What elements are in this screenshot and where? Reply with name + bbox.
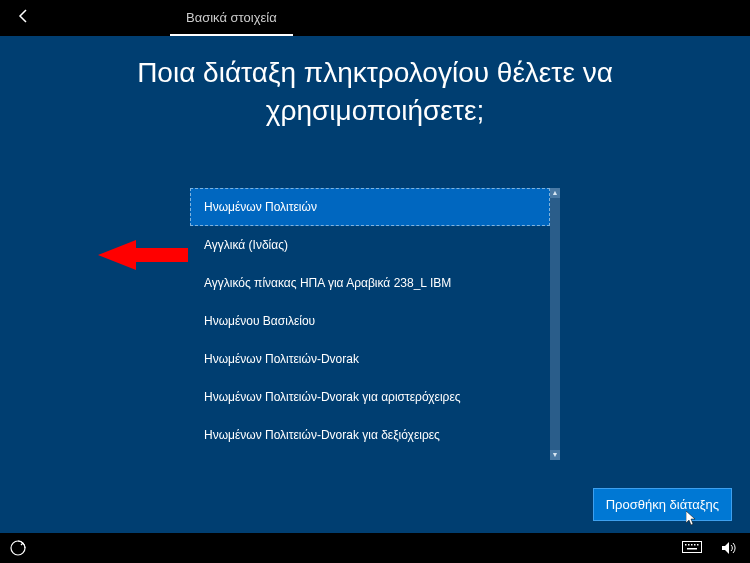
scroll-up-icon[interactable]: ▲ <box>550 188 560 198</box>
svg-rect-7 <box>697 544 699 546</box>
keyboard-layout-list: Ηνωμένων ΠολιτειώνΑγγλικά (Ινδίας)Αγγλικ… <box>190 188 560 460</box>
list-item[interactable]: Αγγλικά (Ινδίας) <box>190 226 550 264</box>
list-item[interactable]: Αγγλικός πίνακας ΗΠΑ για Αραβικά 238_L I… <box>190 264 550 302</box>
scroll-down-icon[interactable]: ▼ <box>550 450 560 460</box>
svg-rect-2 <box>683 542 702 553</box>
list-item[interactable]: Ηνωμένων Πολιτειών <box>190 188 550 226</box>
svg-rect-6 <box>694 544 696 546</box>
list-item[interactable]: Ηνωμένων Πολιτειών-Dvorak για αριστερόχε… <box>190 378 550 416</box>
svg-marker-0 <box>98 240 188 270</box>
list-item-label: Αγγλικά (Ινδίας) <box>204 238 288 252</box>
svg-rect-4 <box>688 544 690 546</box>
back-button[interactable] <box>8 4 40 33</box>
add-layout-label: Προσθήκη διάταξης <box>606 497 719 512</box>
list-item-label: Ηνωμένων Πολιτειών-Dvorak <box>204 352 359 366</box>
volume-icon[interactable] <box>720 540 736 556</box>
tab-basics[interactable]: Βασικά στοιχεία <box>170 0 293 36</box>
svg-rect-5 <box>691 544 693 546</box>
tab-label: Βασικά στοιχεία <box>186 10 277 25</box>
list-item-label: Ηνωμένων Πολιτειών-Dvorak για δεξιόχειρε… <box>204 428 440 442</box>
scrollbar[interactable]: ▲ ▼ <box>550 188 560 460</box>
list-item-label: Αγγλικός πίνακας ΗΠΑ για Αραβικά 238_L I… <box>204 276 451 290</box>
add-layout-button[interactable]: Προσθήκη διάταξης <box>593 488 732 521</box>
list-item[interactable]: Ηνωμένου Βασιλείου <box>190 302 550 340</box>
annotation-arrow-icon <box>98 238 188 276</box>
list-item-label: Ηνωμένων Πολιτειών-Dvorak για αριστερόχε… <box>204 390 461 404</box>
list-item[interactable]: Ηνωμένων Πολιτειών-Dvorak <box>190 340 550 378</box>
ease-of-access-icon[interactable] <box>10 540 26 556</box>
list-item[interactable]: Ηνωμένων Πολιτειών-Dvorak για δεξιόχειρε… <box>190 416 550 454</box>
list-item-label: Ηνωμένου Βασιλείου <box>204 314 315 328</box>
keyboard-icon[interactable] <box>682 541 702 555</box>
list-item-label: Ηνωμένων Πολιτειών <box>204 200 317 214</box>
svg-rect-8 <box>687 548 697 550</box>
page-title: Ποια διάταξη πληκτρολογίου θέλετε να χρη… <box>55 54 695 130</box>
bottom-bar <box>0 533 750 563</box>
main-content: Ποια διάταξη πληκτρολογίου θέλετε να χρη… <box>0 36 750 533</box>
svg-rect-3 <box>685 544 687 546</box>
